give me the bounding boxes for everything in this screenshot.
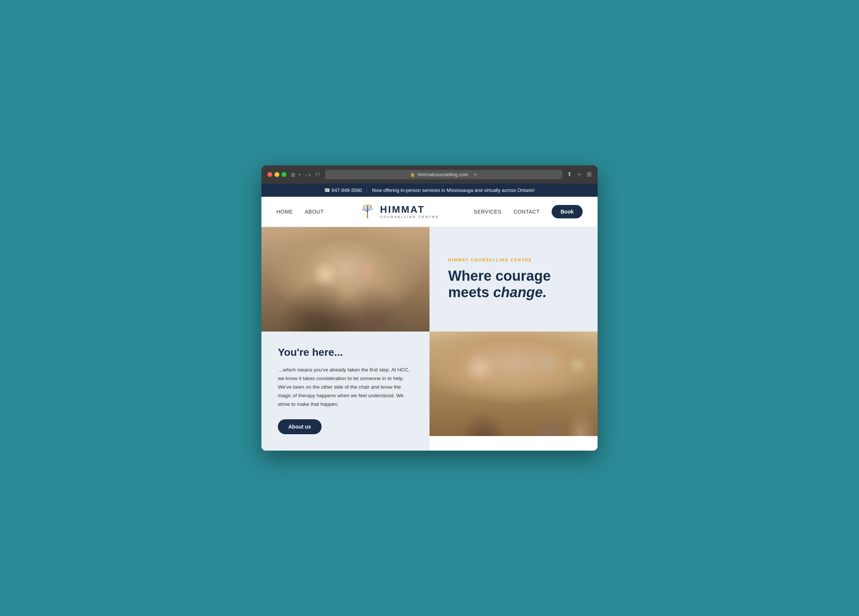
maximize-dot[interactable] bbox=[282, 172, 286, 177]
shield-icon: 🛡 bbox=[315, 172, 320, 178]
hero-heading-line1: Where courage bbox=[448, 268, 551, 284]
logo-text: HIMMAT COUNSELLING CENTRE bbox=[380, 204, 439, 219]
svg-point-14 bbox=[365, 204, 366, 205]
back-icon[interactable]: ‹ bbox=[305, 172, 307, 178]
nav-about[interactable]: ABOUT bbox=[305, 209, 324, 215]
minimize-dot[interactable] bbox=[275, 172, 280, 177]
hero-heading: Where courage meets change. bbox=[448, 268, 579, 301]
svg-point-12 bbox=[363, 205, 364, 206]
svg-point-16 bbox=[371, 208, 372, 209]
forward-icon[interactable]: › bbox=[309, 172, 310, 178]
browser-chrome: ⊞ ▾ ‹ › 🛡 🔒 himmatcounselling.com ↻ ⬆ ＋ … bbox=[261, 165, 598, 184]
group-photo bbox=[430, 332, 598, 436]
hero-image-couple bbox=[261, 227, 430, 332]
svg-rect-0 bbox=[367, 214, 368, 218]
section-heading: You're here... bbox=[278, 346, 413, 359]
book-button[interactable]: Book bbox=[551, 205, 583, 218]
close-dot[interactable] bbox=[267, 172, 272, 177]
about-us-button[interactable]: About us bbox=[278, 419, 322, 434]
logo-icon bbox=[359, 203, 376, 221]
nav-right: SERVICES CONTACT Book bbox=[473, 205, 583, 218]
lock-icon: 🔒 bbox=[410, 172, 415, 177]
browser-actions: ⬆ ＋ ⊞ bbox=[567, 171, 592, 178]
svg-point-11 bbox=[370, 206, 372, 207]
tabs-icon[interactable]: ⊞ bbox=[587, 171, 592, 178]
logo-name: HIMMAT bbox=[380, 204, 439, 214]
bottom-left-section: You're here... …which means you've alrea… bbox=[261, 332, 430, 451]
hero-text-section: HIMMAT COUNSELLING CENTRE Where courage … bbox=[430, 227, 598, 332]
top-banner: ☎ 647-848-3580 | Now offering in-person … bbox=[261, 184, 598, 197]
couple-photo bbox=[261, 227, 430, 332]
browser-dots bbox=[267, 172, 286, 177]
sidebar-toggle-icon[interactable]: ▾ bbox=[298, 172, 301, 177]
navbar: HOME ABOUT bbox=[261, 197, 598, 227]
hero-badge: HIMMAT COUNSELLING CENTRE bbox=[448, 257, 579, 262]
svg-point-17 bbox=[362, 209, 363, 210]
share-icon[interactable]: ⬆ bbox=[567, 171, 572, 178]
nav-home[interactable]: HOME bbox=[276, 209, 293, 215]
hero-image-group bbox=[430, 332, 598, 436]
logo[interactable]: HIMMAT COUNSELLING CENTRE bbox=[359, 203, 439, 221]
banner-divider: | bbox=[366, 187, 367, 193]
bottom-left-content: You're here... …which means you've alrea… bbox=[278, 346, 413, 419]
hero-heading-line2: meets bbox=[448, 284, 493, 300]
svg-point-13 bbox=[370, 205, 371, 206]
url-text: himmatcounselling.com bbox=[417, 172, 469, 177]
nav-arrows: ‹ › bbox=[305, 172, 311, 178]
nav-services[interactable]: SERVICES bbox=[473, 209, 501, 215]
svg-point-15 bbox=[368, 204, 369, 205]
hero-heading-italic: change. bbox=[493, 284, 547, 300]
banner-message: Now offering in-person services in Missi… bbox=[372, 187, 534, 193]
logo-subtitle: COUNSELLING CENTRE bbox=[380, 215, 439, 219]
browser-controls: ⊞ ▾ bbox=[291, 172, 301, 178]
sidebar-icon[interactable]: ⊞ bbox=[291, 172, 295, 178]
phone-icon: ☎ bbox=[324, 187, 330, 193]
nav-left: HOME ABOUT bbox=[276, 209, 324, 215]
website: ☎ 647-848-3580 | Now offering in-person … bbox=[261, 184, 598, 451]
hero-grid: HIMMAT COUNSELLING CENTRE Where courage … bbox=[261, 227, 598, 451]
reload-icon[interactable]: ↻ bbox=[473, 172, 477, 177]
svg-point-18 bbox=[367, 204, 368, 206]
new-tab-icon[interactable]: ＋ bbox=[576, 171, 582, 178]
browser-window: ⊞ ▾ ‹ › 🛡 🔒 himmatcounselling.com ↻ ⬆ ＋ … bbox=[261, 165, 598, 451]
address-bar[interactable]: 🔒 himmatcounselling.com ↻ bbox=[325, 170, 562, 179]
svg-point-10 bbox=[362, 207, 364, 209]
nav-contact[interactable]: CONTACT bbox=[514, 209, 540, 215]
section-body: …which means you've already taken the fi… bbox=[278, 366, 413, 409]
phone-number[interactable]: ☎ 647-848-3580 bbox=[324, 187, 362, 193]
